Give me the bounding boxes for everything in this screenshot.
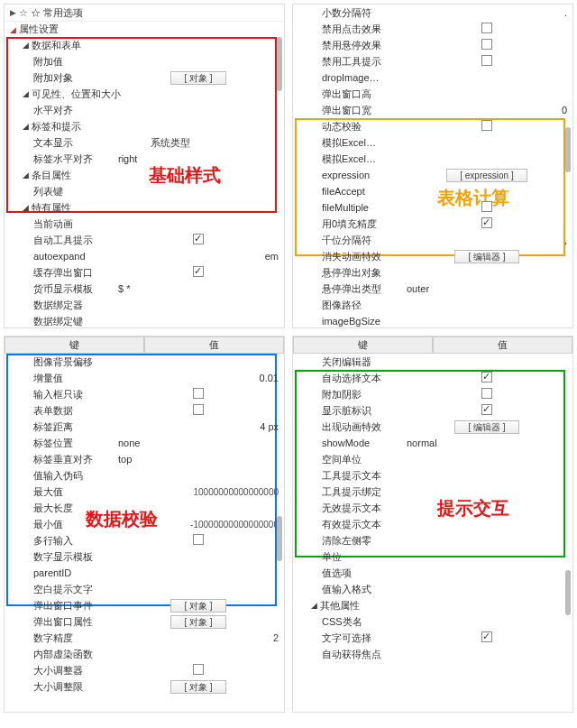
prop-disappear-anim[interactable]: 消失动画特效[ 编辑器 ] — [293, 248, 572, 264]
prop-cache-popup[interactable]: 缓存弹出窗口 — [5, 264, 284, 281]
prop-dynamic-validate[interactable]: 动态校验 — [293, 118, 572, 134]
group-other-props[interactable]: ◢其他属性 — [293, 597, 572, 613]
prop-auto-tooltip[interactable]: 自动工具提示 — [5, 232, 284, 248]
prop-auto-select-text[interactable]: 自动选择文本 — [293, 370, 572, 386]
group-data-form[interactable]: ◢数据和表单 — [5, 37, 284, 53]
prop-text-selectable[interactable]: 文字可选择 — [293, 630, 572, 646]
prop-emulate-excel2[interactable]: 模拟Excel… — [293, 151, 572, 167]
prop-css-class[interactable]: CSS类名 — [293, 613, 572, 630]
prop-currency-tpl[interactable]: 货币显示模板$ * — [5, 281, 284, 297]
column-key: 键 — [5, 336, 144, 354]
prop-auto-focus[interactable]: 自动获得焦点 — [293, 646, 572, 662]
pre-items: 小数分隔符. 禁用点击效果 禁用悬停效果 禁用工具提示 dropImage… 弹… — [293, 5, 572, 118]
prop-text-display[interactable]: 文本显示系统类型 — [5, 134, 284, 151]
prop-valid-tip[interactable]: 有效提示文本 — [293, 516, 572, 532]
prop-imagebgsize[interactable]: imageBgSize — [293, 313, 572, 328]
panel-bottom-right: 键 值 关闭编辑器 提示交互 自动选择文本 附加阴影 显示脏标识 出现动画特效[… — [292, 336, 573, 713]
prop-tooltip-text[interactable]: 工具提示文本 — [293, 467, 572, 484]
panel-top-right: 小数分隔符. 禁用点击效果 禁用悬停效果 禁用工具提示 dropImage… 弹… — [292, 4, 573, 328]
checkbox-cache-popup[interactable] — [193, 266, 204, 277]
panel-bottom-left: 键 值 数据校验 图像背景偏移 增量值0.01 输入框只读 表单数据 标签距离4… — [4, 336, 285, 713]
prop-dropimage[interactable]: dropImage… — [293, 69, 572, 86]
prop-databindkey[interactable]: 数据绑定键 — [5, 313, 284, 328]
prop-close-editor[interactable]: 关闭编辑器 — [293, 354, 572, 370]
prop-image-path[interactable]: 图像路径 — [293, 297, 572, 313]
prop-value-input-mask[interactable]: 值输入伪码 — [5, 467, 284, 484]
prop-increment[interactable]: 增量值0.01 — [5, 370, 284, 386]
prop-placeholder-text[interactable]: 空白提示文字 — [5, 581, 284, 597]
prop-label-valign[interactable]: 标签垂直对齐top — [5, 451, 284, 467]
header-property-settings[interactable]: ◢属性设置 — [5, 21, 284, 37]
prop-label-distance[interactable]: 标签距离4 px — [5, 419, 284, 435]
prop-label-halign[interactable]: 标签水平对齐right — [5, 151, 284, 167]
prop-thousand-sep[interactable]: 千位分隔符, — [293, 232, 572, 248]
prop-number-display-tpl[interactable]: 数字显示模板 — [5, 548, 284, 565]
column-value: 值 — [144, 336, 284, 354]
column-value: 值 — [433, 336, 572, 354]
prop-tooltip-bind[interactable]: 工具提示绑定 — [293, 484, 572, 500]
prop-number-precision[interactable]: 数字精度2 — [5, 630, 284, 646]
scrollbar-thumb[interactable] — [277, 37, 282, 91]
prop-max-length[interactable]: 最大长度 — [5, 500, 284, 516]
prop-append-value[interactable]: 附加值 — [5, 53, 284, 69]
prop-horizontal-align[interactable]: 水平对齐 — [5, 102, 284, 118]
prop-unit[interactable]: 单位 — [293, 548, 572, 565]
prop-disable-click-fx[interactable]: 禁用点击效果 — [293, 21, 572, 37]
prop-label-position[interactable]: 标签位置none — [5, 435, 284, 451]
scrollbar-thumb[interactable] — [565, 570, 571, 615]
prop-inner-render-fn[interactable]: 内部虚染函数 — [5, 646, 284, 662]
prop-autoexpand[interactable]: autoexpandem — [5, 248, 284, 264]
prop-multiline[interactable]: 多行输入 — [5, 532, 284, 548]
prop-invalid-tip[interactable]: 无效提示文本 — [293, 500, 572, 516]
group-special-props[interactable]: ◢特有属性 — [5, 199, 284, 216]
group-label-tip[interactable]: ◢标签和提示 — [5, 118, 284, 134]
prop-trim-left-zero[interactable]: 清除左侧零 — [293, 532, 572, 548]
prop-fileaccept[interactable]: fileAccept — [293, 183, 572, 199]
prop-form-data[interactable]: 表单数据 — [5, 402, 284, 419]
column-key: 键 — [293, 336, 433, 354]
object-button[interactable]: [ 对象 ] — [170, 71, 225, 85]
prop-value-options[interactable]: 值选项 — [293, 565, 572, 581]
group-visibility[interactable]: ◢可见性、位置和大小 — [5, 86, 284, 102]
prop-min-value[interactable]: 最小值-10000000000000000 — [5, 516, 284, 532]
prop-popup-props[interactable]: 弹出窗口属性[ 对象 ] — [5, 613, 284, 630]
prop-emulate-excel1[interactable]: 模拟Excel… — [293, 134, 572, 151]
prop-hover-popup-obj[interactable]: 悬停弹出对象 — [293, 264, 572, 281]
prop-databinder[interactable]: 数据绑定器 — [5, 297, 284, 313]
group-item-props[interactable]: ◢条目属性 — [5, 167, 284, 183]
prop-parentid[interactable]: parentID — [5, 565, 284, 581]
prop-value-input-format[interactable]: 值输入格式 — [293, 581, 572, 597]
prop-popup-height[interactable]: 弹出窗口高 — [293, 86, 572, 102]
prop-popup-width[interactable]: 弹出窗口宽0 — [293, 102, 572, 118]
panel-top-left: ▶☆☆ 常用选项 ◢属性设置 基础样式 ◢数据和表单 附加值 附加对象[ 对象 … — [4, 4, 285, 328]
prop-resizer[interactable]: 大小调整器 — [5, 662, 284, 678]
editor-button[interactable]: [ 编辑器 ] — [454, 250, 518, 263]
prop-expression[interactable]: expression[ expression ] — [293, 167, 572, 183]
prop-showmode[interactable]: showModenormal — [293, 435, 572, 451]
prop-hover-popup-type[interactable]: 悬停弹出类型outer — [293, 281, 572, 297]
prop-disable-hover-fx[interactable]: 禁用悬停效果 — [293, 37, 572, 53]
checkbox-auto-tooltip[interactable] — [193, 234, 204, 244]
expression-button[interactable]: [ expression ] — [446, 169, 527, 182]
prop-filemultiple[interactable]: fileMultiple — [293, 199, 572, 216]
prop-appear-anim-fx[interactable]: 出现动画特效[ 编辑器 ] — [293, 419, 572, 435]
prop-resize-limit[interactable]: 大小调整限[ 对象 ] — [5, 678, 284, 695]
scrollbar-thumb[interactable] — [565, 127, 571, 172]
prop-decimal-sep[interactable]: 小数分隔符. — [293, 5, 572, 21]
prop-append-shadow[interactable]: 附加阴影 — [293, 386, 572, 402]
prop-popup-events[interactable]: 弹出窗口事件[ 对象 ] — [5, 597, 284, 613]
prop-image-bg-offset[interactable]: 图像背景偏移 — [5, 354, 284, 370]
prop-max-value[interactable]: 最大值10000000000000000 — [5, 484, 284, 500]
prop-disable-tooltip[interactable]: 禁用工具提示 — [293, 53, 572, 69]
prop-append-object[interactable]: 附加对象[ 对象 ] — [5, 69, 284, 86]
prop-input-readonly[interactable]: 输入框只读 — [5, 386, 284, 402]
prop-show-dirty[interactable]: 显示脏标识 — [293, 402, 572, 419]
prop-space-unit[interactable]: 空间单位 — [293, 451, 572, 467]
prop-list-key[interactable]: 列表键 — [5, 183, 284, 199]
scrollbar-thumb[interactable] — [277, 516, 282, 561]
prop-current-anim[interactable]: 当前动画 — [5, 216, 284, 232]
header-common-options[interactable]: ▶☆☆ 常用选项 — [5, 5, 284, 21]
prop-zero-pad[interactable]: 用0填充精度 — [293, 216, 572, 232]
